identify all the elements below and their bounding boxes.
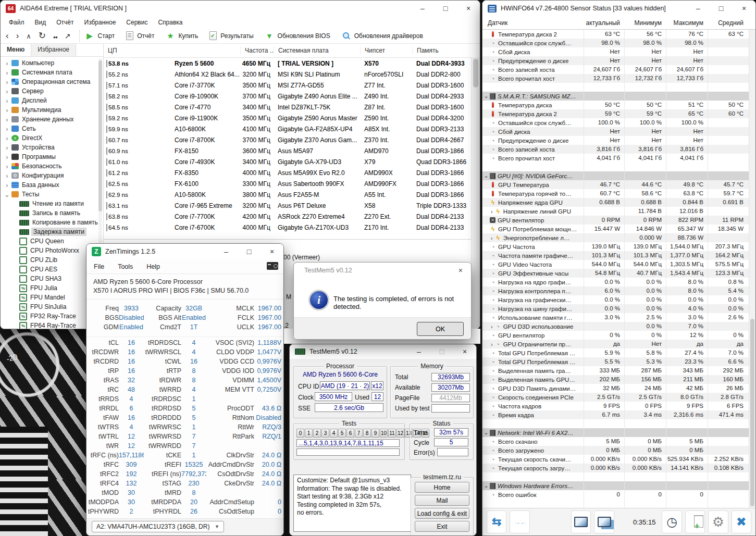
column-header[interactable]: Чипсет bbox=[360, 47, 412, 54]
sensor-row[interactable] bbox=[482, 499, 755, 508]
column-header[interactable]: Частота ... bbox=[240, 47, 274, 54]
sensor-row[interactable] bbox=[482, 83, 755, 92]
sensor-row[interactable]: Всего ошибок 0 0 0 bbox=[482, 490, 755, 499]
chevron-icon[interactable]: › bbox=[4, 69, 10, 77]
chart-icon[interactable] bbox=[65, 31, 71, 40]
back-icon[interactable] bbox=[6, 31, 9, 40]
add-report-icon[interactable] bbox=[685, 510, 705, 533]
test-number-button[interactable]: 10 bbox=[380, 429, 388, 438]
toolbar-action[interactable]: Обновления BIOS bbox=[265, 32, 330, 40]
menu-item[interactable]: Файл bbox=[4, 17, 30, 28]
close-button[interactable]: × bbox=[261, 244, 283, 259]
sensor-row[interactable]: Всего скачано 5 МБ 0 МБ 5 МБ bbox=[482, 437, 755, 446]
site-button[interactable]: Load config & exit bbox=[415, 508, 469, 519]
sensor-row[interactable]: Всего прочитал хост 4,041 Гб 4,041 Гб 4,… bbox=[482, 154, 755, 163]
sidebar-item[interactable]: › Системная плата bbox=[1, 68, 103, 77]
chevron-icon[interactable]: › bbox=[4, 106, 10, 114]
sensor-row[interactable]: Температура диска 2 59 °C 59 °C 65 °C 60… bbox=[482, 109, 755, 118]
sensor-row[interactable]: Текущая скорость скачи… 0.000 KB/s 0.000… bbox=[482, 455, 755, 464]
sensor-row[interactable]: Скорость соединения PCIe 2.5 GT/s 2.5 GT… bbox=[482, 393, 755, 402]
chevron-icon[interactable]: › bbox=[4, 78, 10, 86]
sensor-row[interactable]: Частота памяти графиче… 101.3 МГц 101.3 … bbox=[482, 251, 755, 260]
site-button[interactable]: Exit bbox=[415, 521, 469, 532]
sensor-row[interactable]: Сбой диска Нет Нет Нет bbox=[482, 47, 755, 56]
sensor-row[interactable]: › Напряжение линий GPU 11.784 В 12.016 В bbox=[482, 207, 755, 216]
benchmark-row[interactable]: 57.1 ns Core i7-3770K 3500 МГц MSI Z77A-… bbox=[104, 80, 480, 91]
sensor-row[interactable]: Предупреждение о диске Нет Нет Нет bbox=[482, 136, 755, 145]
sensor-row[interactable]: GPU D3D Память динами… 32 МБ 24 МБ 42 МБ… bbox=[482, 384, 755, 393]
toolbar-action[interactable]: Отчёт bbox=[126, 31, 154, 40]
maximize-button[interactable]: □ bbox=[434, 1, 457, 16]
aida64-titlebar[interactable]: 64 AIDA64 Extreme [ TRIAL VERSION ] – □ … bbox=[1, 1, 480, 16]
sensor-row[interactable]: Всего записей хоста 3,816 Гб 3,816 Гб 3,… bbox=[482, 145, 755, 154]
chevron-icon[interactable]: › bbox=[4, 125, 10, 133]
test-number-button[interactable]: 3 bbox=[321, 429, 329, 438]
sensor-row[interactable]: GPU Потребляемая мощн… 15.447 W 14.846 W… bbox=[482, 225, 755, 233]
sidebar-item[interactable]: › Мультимедиа bbox=[1, 105, 103, 115]
maximize-button[interactable]: □ bbox=[238, 244, 261, 259]
chevron-icon[interactable]: › bbox=[4, 134, 10, 142]
minimize-button[interactable]: – bbox=[411, 1, 434, 16]
sensor-row[interactable]: Нагрузка на ядро графи… 0.0 % 0.0 % 8.0 … bbox=[482, 278, 755, 286]
sensor-row[interactable]: GPU Частота 139.0 МГц 139.0 МГц 1,544.0 … bbox=[482, 242, 755, 251]
log-textarea[interactable]: Customize: Default @1usmus_v3Information… bbox=[293, 475, 411, 532]
benchmark-row[interactable]: 63.8 ns Core i7-7700K 4200 МГц ASRock Z2… bbox=[104, 211, 480, 222]
column-header[interactable]: Минимум bbox=[624, 19, 666, 27]
sensor-row[interactable]: ⌄ Network: Intel Wi-Fi 6 AX2… bbox=[482, 428, 755, 437]
sensor-row[interactable]: Всего записей хоста 24,607 Гб 24,607 Гб … bbox=[482, 65, 755, 74]
users-icon[interactable] bbox=[53, 31, 57, 40]
sensor-row[interactable]: GPU Температура 46.7 °C 44.6 °C 49.8 °C … bbox=[482, 180, 755, 189]
menu-item[interactable]: Tools bbox=[118, 263, 133, 270]
chevron-icon[interactable]: › bbox=[4, 116, 10, 123]
benchmark-row[interactable]: 60.9 ns FX-8150 3600 МГц Asus M5A97 AMD9… bbox=[104, 145, 480, 156]
ok-button[interactable]: OK bbox=[417, 322, 464, 336]
sensor-row[interactable]: ⌄ S.M.A.R.T.: SAMSUNG MZ… bbox=[482, 92, 755, 101]
sidebar-item[interactable]: › Безопасность bbox=[1, 161, 103, 171]
toolbar-action[interactable]: Старт bbox=[85, 32, 115, 40]
benchmark-row[interactable]: 61.0 ns Core i7-4930K 3400 МГц Gigabyte … bbox=[104, 156, 480, 167]
column-header[interactable]: Максимум bbox=[666, 19, 708, 27]
swap-columns-icon[interactable] bbox=[487, 510, 506, 533]
test-number-button[interactable]: 9 bbox=[371, 429, 379, 438]
sensor-row[interactable]: GPU Эффективные часы 54.8 МГц 40.7 МГц 1… bbox=[482, 269, 755, 278]
sidebar-item[interactable]: ⌄ Тесты bbox=[1, 190, 103, 199]
column-header[interactable]: актуальный bbox=[584, 19, 624, 27]
sensor-row[interactable]: Выделенная память гра… 333 МБ 287 МБ 343… bbox=[482, 366, 755, 375]
chevron-icon[interactable]: ⌄ bbox=[4, 191, 10, 198]
test-number-button[interactable]: 1 bbox=[305, 429, 313, 438]
chevron-icon[interactable]: › bbox=[4, 88, 10, 95]
toolbar-action[interactable]: Результаты bbox=[209, 31, 253, 40]
expander-chevron-icon[interactable]: › bbox=[491, 341, 493, 347]
close-x-icon[interactable] bbox=[732, 510, 751, 533]
menu-item[interactable]: Help bbox=[146, 263, 160, 270]
sidebar-item[interactable]: › База данных bbox=[1, 180, 103, 190]
sidebar-item[interactable]: › DirectX bbox=[1, 133, 103, 143]
close-button[interactable]: × bbox=[733, 1, 755, 16]
toolbar-action[interactable]: Купить bbox=[166, 32, 198, 40]
sensor-row[interactable]: Всего загружено 0 МБ 0 МБ 0 МБ bbox=[482, 446, 755, 455]
test-number-button[interactable]: 6 bbox=[346, 429, 354, 438]
test-number-button[interactable]: 0 bbox=[296, 429, 304, 438]
column-header[interactable]: Датчик bbox=[482, 19, 584, 27]
column-header[interactable]: Память bbox=[412, 47, 473, 54]
sensor-row[interactable]: Нагрузка на шину графи… 0.0 % 0.0 % 4.0 … bbox=[482, 304, 755, 313]
sensor-row[interactable]: Использование памяти г… 3.0 % 2.5 % 3.0 … bbox=[482, 313, 755, 322]
screen-inspect-icon[interactable] bbox=[571, 510, 591, 533]
test-number-button[interactable]: 5 bbox=[338, 429, 346, 438]
sidebar-test-item[interactable]: Запись в память bbox=[1, 208, 103, 218]
sensor-row[interactable]: › Энергопотребление л… 0.000 W 88.736 W bbox=[482, 233, 755, 242]
test-number-button[interactable]: 8 bbox=[363, 429, 371, 438]
benchmark-row[interactable]: 59.2 ns Core i9-11900K 3500 МГц Gigabyte… bbox=[104, 113, 480, 123]
test-number-button[interactable]: 4 bbox=[330, 429, 338, 438]
chevron-icon[interactable]: › bbox=[4, 153, 10, 161]
sidebar-item[interactable]: › Сервер bbox=[1, 86, 103, 96]
sidebar-test-item[interactable]: Копирование в память bbox=[1, 218, 103, 227]
sensor-row[interactable]: Total GPU Потребляемая … 5.9 % 5.8 % 27.… bbox=[482, 348, 755, 357]
expander-chevron-icon[interactable]: ⌄ bbox=[482, 172, 490, 179]
testmem5-titlebar[interactable]: TestMem5 v0.12 – □ × bbox=[290, 344, 476, 359]
column-header[interactable]: Средний bbox=[708, 19, 748, 27]
sidebar-test-item[interactable]: Чтение из памяти bbox=[1, 199, 103, 208]
refresh-icon[interactable] bbox=[39, 31, 46, 40]
sensor-row[interactable]: Предупреждение о диске Нет Нет Нет bbox=[482, 56, 755, 65]
sensor-row[interactable]: Температура диска 2 63 °C 56 °C 76 °C 63… bbox=[482, 30, 755, 39]
